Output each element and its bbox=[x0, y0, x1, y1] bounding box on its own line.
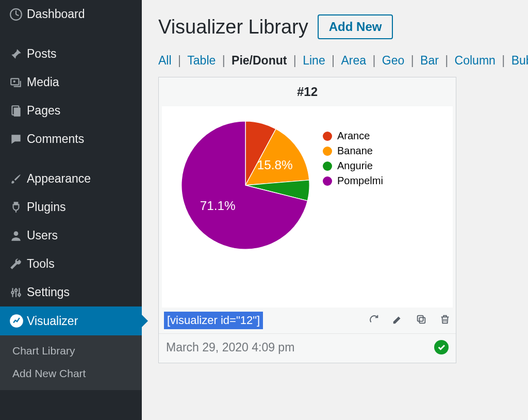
sidebar-item-label: Users bbox=[27, 229, 58, 243]
comment-icon bbox=[9, 133, 27, 146]
legend-dot-icon bbox=[323, 147, 332, 156]
pie-chart: 15.8%71.1% bbox=[176, 116, 315, 255]
sidebar-item-label: Media bbox=[27, 75, 59, 89]
reload-icon[interactable] bbox=[368, 314, 380, 327]
svg-point-7 bbox=[15, 289, 17, 291]
sidebar-item-visualizer[interactable]: Visualizer bbox=[0, 306, 142, 335]
svg-rect-11 bbox=[418, 316, 423, 321]
filter-table[interactable]: Table bbox=[187, 54, 216, 67]
user-icon bbox=[9, 229, 27, 243]
svg-point-5 bbox=[14, 231, 19, 236]
pie-label-banane: 15.8% bbox=[257, 158, 293, 172]
sidebar-item-pages[interactable]: Pages bbox=[0, 96, 142, 125]
sidebar-submenu: Chart Library Add New Chart bbox=[0, 335, 142, 390]
chart-shortcode[interactable]: [visualizer id="12"] bbox=[164, 312, 263, 329]
sidebar-item-label: Appearance bbox=[27, 172, 91, 186]
legend-label: Angurie bbox=[337, 160, 373, 172]
legend-item-banane[interactable]: Banane bbox=[323, 145, 383, 157]
sidebar-item-comments[interactable]: Comments bbox=[0, 125, 142, 153]
sidebar-item-users[interactable]: Users bbox=[0, 221, 142, 250]
sidebar-item-settings[interactable]: Settings bbox=[0, 278, 142, 306]
legend-item-arance[interactable]: Arance bbox=[323, 130, 383, 142]
plug-icon bbox=[9, 201, 27, 214]
legend-dot-icon bbox=[323, 176, 332, 186]
sidebar-item-posts[interactable]: Posts bbox=[0, 40, 142, 68]
filter-line[interactable]: Line bbox=[303, 54, 325, 67]
chart-icon bbox=[9, 314, 27, 328]
sidebar-item-label: Comments bbox=[27, 132, 84, 146]
status-ok-icon bbox=[434, 340, 449, 354]
chart-legend: AranceBananeAnguriePompelmi bbox=[323, 116, 383, 190]
svg-rect-4 bbox=[14, 107, 21, 116]
sidebar-item-label: Posts bbox=[27, 47, 57, 61]
sidebar-item-plugins[interactable]: Plugins bbox=[0, 193, 142, 221]
sidebar-item-label: Tools bbox=[27, 257, 55, 271]
add-new-button[interactable]: Add New bbox=[318, 14, 393, 39]
legend-item-pompelmi[interactable]: Pompelmi bbox=[323, 175, 383, 187]
filter-pie-donut[interactable]: Pie/Donut bbox=[232, 54, 287, 67]
chart-date: March 29, 2020 4:09 pm bbox=[166, 341, 294, 354]
sidebar-item-label: Dashboard bbox=[27, 7, 85, 21]
card-meta-row: March 29, 2020 4:09 pm bbox=[159, 333, 456, 363]
chart-type-filters: All | Table | Pie/Donut | Line | Area | … bbox=[158, 54, 528, 68]
pin-icon bbox=[9, 47, 27, 61]
admin-sidebar: Dashboard Posts Media Pages Comments App… bbox=[0, 0, 142, 420]
wrench-icon bbox=[9, 257, 27, 271]
sidebar-item-appearance[interactable]: Appearance bbox=[0, 165, 142, 193]
submenu-chart-library[interactable]: Chart Library bbox=[0, 340, 142, 362]
media-icon bbox=[9, 76, 27, 89]
dashboard-icon bbox=[9, 8, 27, 21]
page-title: Visualizer Library bbox=[158, 16, 308, 38]
pages-icon bbox=[9, 104, 27, 118]
pie-label-pompelmi: 71.1% bbox=[200, 199, 236, 213]
legend-label: Pompelmi bbox=[337, 175, 383, 187]
sidebar-item-label: Visualizer bbox=[27, 314, 78, 328]
chart-card-title: #12 bbox=[159, 77, 456, 106]
sidebar-item-label: Settings bbox=[27, 285, 70, 299]
sliders-icon bbox=[9, 286, 27, 299]
svg-point-6 bbox=[11, 291, 13, 293]
sidebar-item-label: Plugins bbox=[27, 200, 65, 214]
legend-label: Banane bbox=[337, 145, 373, 157]
chart-card: #12 15.8%71.1% AranceBananeAnguriePompel… bbox=[158, 77, 456, 363]
filter-area[interactable]: Area bbox=[341, 54, 366, 67]
brush-icon bbox=[9, 172, 27, 186]
filter-geo[interactable]: Geo bbox=[382, 54, 404, 67]
sidebar-item-label: Pages bbox=[27, 104, 60, 118]
filter-bar[interactable]: Bar bbox=[420, 54, 439, 67]
legend-dot-icon bbox=[323, 132, 332, 141]
filter-column[interactable]: Column bbox=[455, 54, 496, 67]
chart-preview: 15.8%71.1% AranceBananeAnguriePompelmi bbox=[162, 106, 453, 308]
edit-icon[interactable] bbox=[392, 314, 403, 327]
sidebar-item-tools[interactable]: Tools bbox=[0, 250, 142, 278]
submenu-add-new-chart[interactable]: Add New Chart bbox=[0, 362, 142, 385]
svg-point-2 bbox=[13, 80, 15, 82]
sidebar-item-dashboard[interactable]: Dashboard bbox=[0, 0, 142, 28]
sidebar-item-media[interactable]: Media bbox=[0, 68, 142, 96]
filter-all[interactable]: All bbox=[158, 54, 172, 67]
legend-item-angurie[interactable]: Angurie bbox=[323, 160, 383, 172]
trash-icon[interactable] bbox=[439, 314, 451, 327]
legend-label: Arance bbox=[337, 130, 370, 142]
svg-rect-10 bbox=[419, 317, 425, 323]
card-actions-row: [visualizer id="12"] bbox=[159, 308, 456, 333]
clone-icon[interactable] bbox=[416, 314, 427, 327]
svg-point-8 bbox=[18, 294, 20, 296]
filter-bubble[interactable]: Bubble bbox=[512, 54, 528, 67]
page-header: Visualizer Library Add New bbox=[158, 14, 528, 39]
legend-dot-icon bbox=[323, 161, 332, 171]
main-content: Visualizer Library Add New All | Table |… bbox=[142, 0, 528, 420]
